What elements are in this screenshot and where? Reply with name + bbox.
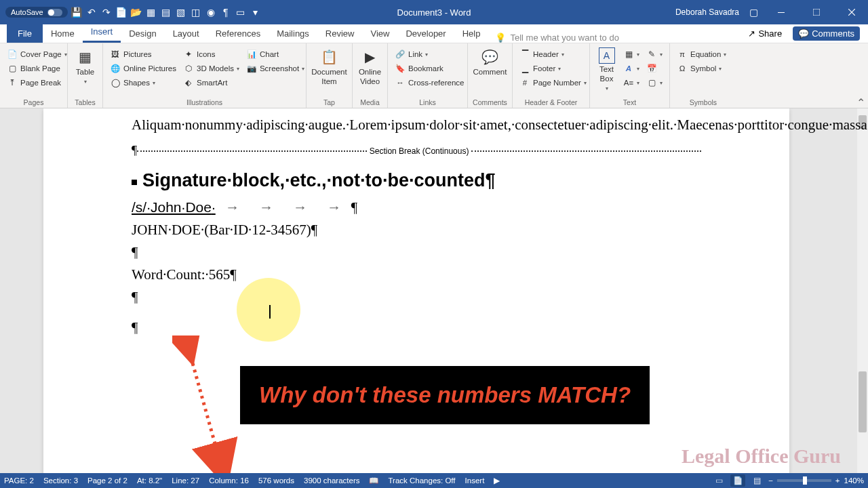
document-area[interactable]: Aliquam·nonummy·adipiscing·augue.·Lorem·… [0,108,868,473]
blank-page-button[interactable]: ▢Blank Page [4,62,70,75]
quick-parts-button[interactable]: ▦▾ [620,47,642,61]
status-at[interactable]: At: 8.2" [137,476,162,485]
chart-icon: 📊 [246,49,257,60]
tab-references[interactable]: References [208,24,269,43]
status-insert-mode[interactable]: Insert [465,476,485,485]
ribbon-tabs: File Home Insert Design Layout Reference… [0,24,868,43]
qat-icon-5[interactable]: ◉ [205,6,217,18]
cross-reference-button[interactable]: ↔Cross-reference [392,76,467,89]
undo-icon[interactable]: ↶ [85,6,98,18]
icons-button[interactable]: ✦Icons [180,47,242,61]
status-words[interactable]: 576 words [258,476,294,485]
qat-icon-2[interactable]: ▤ [160,6,172,18]
view-focus-button[interactable]: ▭ [711,474,726,487]
statusbar: PAGE: 2 Section: 3 Page 2 of 2 At: 8.2" … [0,473,868,488]
object-icon: ▢ [646,77,657,88]
cover-page-button[interactable]: 📄Cover Page▾ [4,47,70,61]
comment-button[interactable]: 💬 Comment [472,47,508,77]
qat-more-icon[interactable]: ▾ [250,6,262,18]
status-page[interactable]: PAGE: 2 [4,476,34,485]
textbox-icon: A [599,47,615,64]
wordart-button[interactable]: A▾ [620,62,642,75]
screenshot-button[interactable]: 📷Screenshot▾ [243,62,307,75]
scrollbar-thumb-lower[interactable] [859,371,867,432]
online-video-button[interactable]: ▶ Online Video [357,47,383,87]
redo-icon[interactable]: ↷ [100,6,113,18]
smartart-icon: ⬖ [183,77,194,88]
tab-file[interactable]: File [7,24,43,43]
autosave-toggle[interactable]: AutoSave [5,7,68,18]
paragraph-mark-icon[interactable]: ¶ [220,6,232,18]
smartart-button[interactable]: ⬖SmartArt [180,76,242,89]
group-label-media: Media [357,97,383,108]
tab-view[interactable]: View [362,24,397,43]
page[interactable]: Aliquam·nonummy·adipiscing·augue.·Lorem·… [43,108,789,473]
status-column[interactable]: Column: 16 [209,476,249,485]
user-name[interactable]: Deborah Savadra [675,7,739,17]
status-section[interactable]: Section: 3 [43,476,78,485]
3d-models-button[interactable]: ⬡3D Models▾ [180,62,242,75]
object-button[interactable]: ▢▾ [644,76,665,89]
zoom-out-button[interactable]: − [768,476,773,485]
status-spellcheck-icon[interactable]: 📖 [369,476,378,485]
tab-review[interactable]: Review [317,24,363,43]
tab-help[interactable]: Help [454,24,489,43]
header-icon: ▔ [519,49,530,60]
signature-name: JOHN·DOE·(Bar·ID·12-34567)¶ [132,222,701,239]
date-time-button[interactable]: 📅 [644,62,665,75]
tab-design[interactable]: Design [121,24,164,43]
link-button[interactable]: 🔗Link▾ [392,47,467,61]
equation-button[interactable]: πEquation▾ [674,47,729,61]
tab-insert[interactable]: Insert [83,22,121,43]
table-button[interactable]: ▦ Table▾ [72,47,98,85]
header-button[interactable]: ▔Header▾ [517,47,589,61]
tab-developer[interactable]: Developer [397,24,454,43]
minimize-button[interactable] [768,0,795,24]
tab-mailings[interactable]: Mailings [269,24,317,43]
open-icon[interactable]: 📂 [130,6,142,18]
qat-icon-1[interactable]: ▦ [145,6,157,18]
qat-icon-6[interactable]: ▭ [235,6,247,18]
drop-cap-button[interactable]: A≡▾ [620,76,642,89]
zoom-level[interactable]: 140% [844,476,864,485]
comments-button[interactable]: 💬 Comments [793,26,860,41]
save-icon[interactable]: 💾 [71,6,83,18]
footer-button[interactable]: ▁Footer▾ [517,62,589,75]
signature-line-button[interactable]: ✎▾ [644,47,665,61]
bookmark-button[interactable]: 🔖Bookmark [392,62,467,75]
qat-icon-3[interactable]: ▧ [175,6,187,18]
view-web-button[interactable]: ▤ [749,474,764,487]
online-pictures-button[interactable]: 🌐Online Pictures [107,62,179,75]
tab-home[interactable]: Home [43,24,83,43]
dropcap-icon: A≡ [623,77,634,88]
tab-layout[interactable]: Layout [165,24,208,43]
view-print-button[interactable]: 📄 [730,474,745,487]
chart-button[interactable]: 📊Chart [243,47,307,61]
shapes-icon: ◯ [110,77,121,88]
qat-icon-4[interactable]: ◫ [190,6,202,18]
new-doc-icon[interactable]: 📄 [115,6,127,18]
vertical-scrollbar[interactable] [857,108,868,473]
autosave-switch-icon [47,9,62,16]
footer-icon: ▁ [519,63,530,74]
status-page-of[interactable]: Page 2 of 2 [87,476,127,485]
document-item-button[interactable]: 📋 Document Item [311,47,348,87]
status-track-changes[interactable]: Track Changes: Off [388,476,455,485]
tell-me-search[interactable]: 💡 Tell me what you want to do [495,33,618,43]
status-line[interactable]: Line: 27 [172,476,199,485]
collapse-ribbon-icon[interactable]: ⌃ [856,96,865,109]
display-options-icon[interactable]: ▢ [747,6,760,18]
zoom-in-button[interactable]: + [835,476,840,485]
shapes-button[interactable]: ◯Shapes▾ [107,76,179,89]
pictures-button[interactable]: 🖼Pictures [107,47,179,61]
zoom-slider[interactable] [777,479,831,482]
maximize-button[interactable] [803,0,830,24]
page-break-button[interactable]: ⤒Page Break [4,76,70,89]
page-number-button[interactable]: #Page Number▾ [517,76,589,89]
status-macro-icon[interactable]: ▶ [494,476,500,485]
close-button[interactable] [838,0,865,24]
symbol-button[interactable]: ΩSymbol▾ [674,62,729,75]
textbox-button[interactable]: A Text Box▾ [594,47,619,92]
status-characters[interactable]: 3900 characters [304,476,359,485]
share-button[interactable]: ↗ Share [743,26,787,41]
